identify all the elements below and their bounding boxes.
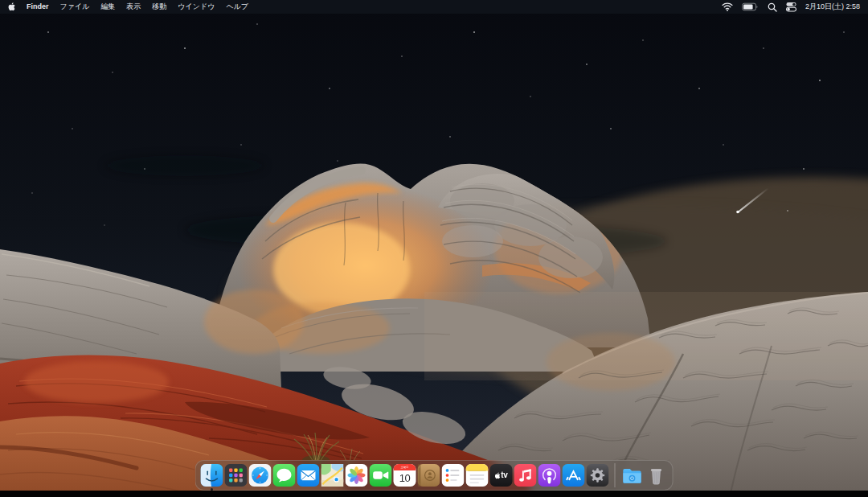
dock-icon-music[interactable] (514, 464, 537, 487)
menu-help[interactable]: ヘルプ (226, 0, 248, 14)
dock-icon-app-store[interactable] (563, 464, 585, 487)
dock-icon-tv[interactable]: tv (490, 464, 513, 487)
battery-icon[interactable] (742, 2, 759, 11)
calendar-weekday-label: 土曜日 (394, 464, 416, 470)
gear-icon (587, 464, 609, 487)
dock-icon-podcasts[interactable] (538, 464, 561, 487)
notes-icon (466, 464, 489, 487)
podcasts-icon (538, 464, 561, 487)
maps-icon (321, 464, 344, 487)
trash-icon (645, 464, 668, 487)
calendar-day-number: 10 (394, 470, 416, 487)
letterbox-bar (0, 491, 868, 497)
dock-icon-launchpad[interactable] (225, 464, 248, 487)
apple-menu-icon[interactable] (8, 2, 15, 11)
dock-icon-finder[interactable] (201, 464, 223, 487)
menu-edit[interactable]: 編集 (100, 0, 115, 14)
dock-separator (615, 463, 616, 487)
spotlight-search-icon[interactable] (768, 2, 777, 12)
facetime-icon (370, 464, 392, 487)
dock-icon-calendar[interactable]: 土曜日 10 (394, 464, 416, 487)
safari-icon (249, 464, 272, 487)
contacts-icon (418, 464, 440, 487)
finder-icon (201, 464, 223, 487)
music-icon (514, 464, 537, 487)
menu-file[interactable]: ファイル (60, 0, 90, 14)
desktop: Finder ファイル 編集 表示 移動 ウインドウ ヘルプ (0, 0, 868, 497)
dock-icon-facetime[interactable] (370, 464, 392, 487)
messages-icon (273, 464, 296, 487)
menu-bar: Finder ファイル 編集 表示 移動 ウインドウ ヘルプ (0, 0, 868, 14)
wifi-icon[interactable] (722, 2, 733, 11)
menu-go[interactable]: 移動 (152, 0, 166, 14)
control-center-icon[interactable] (786, 2, 796, 12)
dock-icon-reminders[interactable] (442, 464, 465, 487)
dock-icon-mail[interactable] (297, 464, 320, 487)
menu-app-name[interactable]: Finder (27, 0, 49, 14)
app-store-icon (563, 464, 585, 487)
tv-label: tv (501, 471, 507, 479)
menu-window[interactable]: ウインドウ (178, 0, 215, 14)
apple-tv-logo-icon (494, 472, 500, 479)
launchpad-icon (225, 464, 248, 487)
dock-icon-maps[interactable] (321, 464, 344, 487)
mail-icon (297, 464, 320, 487)
folder-icon (621, 464, 644, 487)
dock: 土曜日 10 (195, 460, 674, 491)
menu-view[interactable]: 表示 (126, 0, 141, 14)
dock-icon-photos[interactable] (346, 464, 368, 487)
photos-icon (346, 464, 368, 487)
menu-clock[interactable]: 2月10日(土) 2:58 (805, 2, 860, 12)
dock-icon-contacts[interactable] (418, 464, 440, 487)
dock-icon-messages[interactable] (273, 464, 296, 487)
dock-icon-trash[interactable] (645, 464, 668, 487)
dock-icon-downloads-folder[interactable] (621, 464, 644, 487)
dock-icon-system-settings[interactable] (587, 464, 609, 487)
reminders-icon (442, 464, 465, 487)
dock-icon-safari[interactable] (249, 464, 272, 487)
desktop-wallpaper (0, 0, 868, 497)
dock-icon-notes[interactable] (466, 464, 489, 487)
